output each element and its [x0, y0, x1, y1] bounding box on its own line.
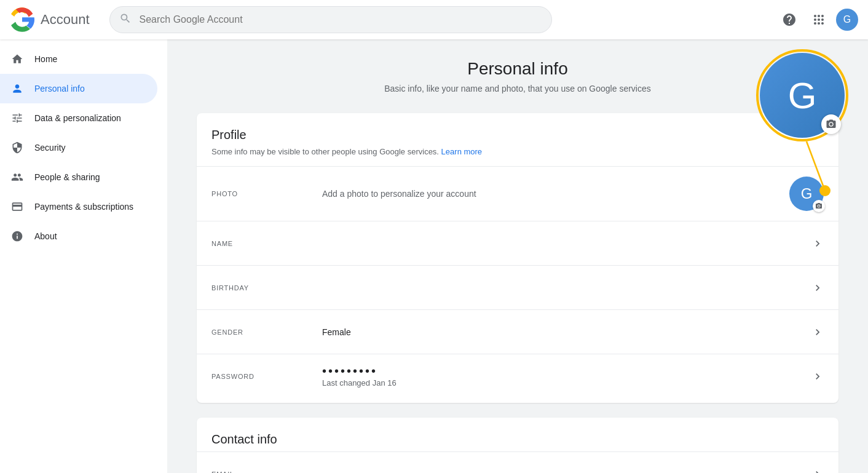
name-label: NAME — [211, 240, 322, 247]
sidebar-item-people-sharing[interactable]: People & sharing — [0, 162, 157, 192]
avatar-letter: G — [801, 185, 813, 202]
photo-value: Add a photo to personalize your account — [322, 189, 789, 199]
password-arrow — [811, 370, 824, 383]
password-label: PASSWORD — [211, 373, 322, 380]
sidebar-item-security[interactable]: Security — [0, 133, 157, 162]
gender-row[interactable]: GENDER Female — [197, 309, 838, 354]
password-row[interactable]: PASSWORD ••••••••• Last changed Jan 16 — [197, 354, 838, 398]
birthday-arrow — [811, 282, 824, 294]
floating-camera-icon[interactable] — [821, 114, 841, 134]
email-arrow — [811, 468, 824, 474]
google-account-logo[interactable]: Account — [10, 7, 90, 32]
floating-avatar-letter: G — [788, 74, 817, 117]
birthday-row[interactable]: BIRTHDAY — [197, 265, 838, 309]
profile-subtitle-text: Some info may be visible to other people… — [211, 147, 439, 156]
header-actions: G — [777, 7, 858, 32]
person-icon — [10, 81, 25, 96]
photo-row[interactable]: PHOTO Add a photo to personalize your ac… — [197, 166, 838, 221]
security-icon — [10, 140, 25, 155]
floating-avatar: G — [760, 53, 845, 138]
sidebar-label-about: About — [34, 231, 57, 241]
gender-value: Female — [322, 327, 811, 337]
sidebar: Home Personal info Data & personalizatio… — [0, 39, 167, 473]
page-title: Personal info — [197, 59, 838, 79]
learn-more-link[interactable]: Learn more — [441, 147, 482, 156]
header-account-label: Account — [41, 12, 90, 28]
search-bar-container — [109, 6, 552, 33]
camera-icon — [813, 200, 825, 212]
page-subtitle: Basic info, like your name and photo, th… — [197, 84, 838, 93]
password-value-container: ••••••••• Last changed Jan 16 — [322, 365, 397, 388]
payment-icon — [10, 199, 25, 214]
people-icon — [10, 170, 25, 185]
google-logo-icon — [10, 7, 34, 32]
help-button[interactable] — [777, 7, 802, 32]
floating-avatar-ring: G — [756, 49, 848, 141]
sidebar-label-people-sharing: People & sharing — [34, 172, 100, 182]
password-dots: ••••••••• — [322, 365, 397, 377]
apps-button[interactable] — [807, 7, 831, 32]
photo-label: PHOTO — [211, 190, 322, 197]
sidebar-item-data-personalization[interactable]: Data & personalization — [0, 103, 157, 133]
sidebar-item-about[interactable]: About — [0, 221, 157, 251]
birthday-label: BIRTHDAY — [211, 284, 322, 292]
sidebar-label-personal-info: Personal info — [34, 84, 85, 93]
sidebar-label-security: Security — [34, 143, 66, 153]
header: Account G — [0, 0, 868, 39]
sidebar-item-personal-info[interactable]: Personal info — [0, 74, 157, 103]
contact-card: Contact info EMAIL — [197, 418, 838, 473]
email-row[interactable]: EMAIL — [197, 451, 838, 473]
info-icon — [10, 229, 25, 244]
search-icon — [119, 12, 132, 27]
user-avatar-button[interactable]: G — [836, 9, 858, 31]
profile-card-subtitle: Some info may be visible to other people… — [197, 147, 838, 166]
gender-arrow — [811, 326, 824, 338]
sidebar-label-home: Home — [34, 54, 57, 64]
profile-card-title: Profile — [197, 128, 838, 147]
sidebar-label-payments: Payments & subscriptions — [34, 202, 133, 212]
email-label: EMAIL — [211, 471, 322, 474]
password-last-changed: Last changed Jan 16 — [322, 378, 397, 388]
sidebar-item-payments[interactable]: Payments & subscriptions — [0, 192, 157, 221]
floating-avatar-container: G — [756, 49, 848, 141]
contact-card-title: Contact info — [197, 432, 838, 451]
sidebar-label-data-personalization: Data & personalization — [34, 113, 121, 123]
sidebar-item-home[interactable]: Home — [0, 44, 157, 74]
main-layout: Home Personal info Data & personalizatio… — [0, 39, 868, 473]
gender-label: GENDER — [211, 328, 322, 336]
profile-card: Profile Some info may be visible to othe… — [197, 113, 838, 403]
home-icon — [10, 52, 25, 66]
profile-photo-avatar: G — [789, 177, 824, 211]
name-arrow — [811, 237, 824, 250]
name-row[interactable]: NAME — [197, 221, 838, 265]
tune-icon — [10, 111, 25, 125]
search-input[interactable] — [109, 6, 552, 33]
